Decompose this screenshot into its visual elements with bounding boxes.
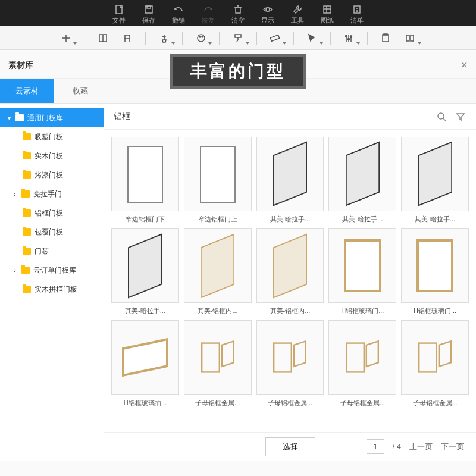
material-grid: 窄边铝框门下窄边铝框门上其美-暗拉手...其美-暗拉手...其美-暗拉手...其… bbox=[104, 130, 476, 432]
card-label: 其美-铝框内... bbox=[184, 306, 252, 315]
divider bbox=[367, 32, 368, 45]
tree-item[interactable]: ›云订单门板库 bbox=[0, 261, 104, 280]
material-card[interactable]: 其美-暗拉手... bbox=[328, 137, 396, 224]
material-card[interactable]: 子母铝框金属... bbox=[328, 320, 396, 407]
display-icon bbox=[262, 4, 273, 15]
svg-rect-12 bbox=[270, 35, 279, 40]
menu-redo[interactable]: 恢复 bbox=[202, 4, 215, 25]
settings-tool-icon[interactable] bbox=[343, 32, 355, 45]
material-card[interactable]: 子母铝框金属... bbox=[256, 320, 324, 407]
plant-tool-icon[interactable] bbox=[158, 32, 170, 45]
material-card[interactable]: 其美-暗拉手... bbox=[401, 137, 469, 224]
chevron-icon: › bbox=[12, 191, 18, 198]
folder-icon bbox=[23, 152, 31, 159]
search-input[interactable]: 铝框 bbox=[114, 111, 428, 122]
tree-item[interactable]: 实木拼框门板 bbox=[0, 280, 104, 299]
material-card[interactable]: 其美-铝框内... bbox=[256, 228, 324, 315]
thumbnail bbox=[401, 137, 469, 211]
app-toolbar bbox=[0, 26, 476, 50]
menu-display[interactable]: 显示 bbox=[261, 4, 274, 25]
save-icon bbox=[143, 4, 154, 15]
close-icon[interactable]: × bbox=[461, 58, 468, 72]
book-tool-icon[interactable] bbox=[404, 32, 416, 45]
divider bbox=[293, 32, 294, 45]
select-button[interactable]: 选择 bbox=[265, 437, 315, 456]
material-card[interactable]: 其美-铝框内... bbox=[184, 228, 252, 315]
divider bbox=[256, 32, 257, 45]
tab-1[interactable]: 收藏 bbox=[54, 79, 107, 103]
chevron-icon: ▾ bbox=[6, 115, 12, 121]
material-card[interactable]: 窄边铝框门下 bbox=[111, 137, 179, 224]
menu-undo[interactable]: 撤销 bbox=[172, 4, 185, 25]
tree-item[interactable]: 实木门板 bbox=[0, 146, 104, 165]
tree-label: 吸塑门板 bbox=[35, 132, 63, 142]
tree-label: 门芯 bbox=[35, 246, 49, 256]
svg-point-13 bbox=[346, 35, 347, 37]
undo-icon bbox=[173, 4, 184, 15]
tree-label: 通用门板库 bbox=[27, 113, 63, 123]
material-card[interactable]: 其美-暗拉手... bbox=[256, 137, 324, 224]
chair-tool-icon[interactable] bbox=[121, 32, 133, 45]
svg-rect-3 bbox=[236, 7, 240, 13]
tab-0[interactable]: 云素材 bbox=[0, 79, 54, 103]
material-card[interactable]: 其美-暗拉手... bbox=[111, 228, 179, 315]
add-tool-icon[interactable] bbox=[60, 32, 72, 45]
page-total: / 4 bbox=[393, 442, 401, 451]
folder-icon bbox=[21, 190, 30, 198]
palette-tool-icon[interactable] bbox=[195, 32, 207, 45]
tree-item[interactable]: ▾通用门板库 bbox=[0, 108, 104, 127]
redo-icon bbox=[203, 4, 214, 15]
material-card[interactable]: H铝框玻璃门... bbox=[401, 228, 469, 315]
tree-label: 烤漆门板 bbox=[35, 170, 63, 180]
folder-icon bbox=[23, 248, 31, 255]
tree-item[interactable]: 门芯 bbox=[0, 242, 104, 261]
tree-item[interactable]: 吸塑门板 bbox=[0, 127, 104, 146]
prev-page[interactable]: 上一页 bbox=[409, 441, 433, 452]
menu-label: 显示 bbox=[261, 16, 274, 25]
menu-drawing[interactable]: 图纸 bbox=[321, 4, 334, 25]
card-label: 其美-铝框内... bbox=[256, 306, 324, 315]
divider bbox=[330, 32, 331, 45]
next-page[interactable]: 下一页 bbox=[441, 441, 464, 452]
paint-tool-icon[interactable] bbox=[231, 32, 244, 45]
clipboard-tool-icon[interactable] bbox=[380, 32, 392, 45]
cursor-tool-icon[interactable] bbox=[306, 32, 318, 45]
panel-title: 素材库 bbox=[8, 60, 33, 71]
menu-label: 工具 bbox=[291, 16, 304, 25]
card-label: H铝框玻璃门... bbox=[328, 306, 396, 315]
material-card[interactable]: 窄边铝框门上 bbox=[184, 137, 252, 224]
main-area: ▾通用门板库吸塑门板实木门板烤漆门板›免拉手门铝框门板包覆门板门芯›云订单门板库… bbox=[0, 104, 476, 461]
pagination-footer: 选择 1 / 4 上一页 下一页 bbox=[104, 432, 476, 461]
material-card[interactable]: 子母铝框金属... bbox=[184, 320, 252, 407]
menu-save[interactable]: 保存 bbox=[142, 4, 155, 25]
card-label: 子母铝框金属... bbox=[184, 399, 252, 408]
search-icon[interactable] bbox=[436, 111, 447, 123]
app-menubar: 文件保存撤销恢复清空显示工具图纸清单 bbox=[0, 0, 476, 26]
card-label: 窄边铝框门下 bbox=[111, 215, 179, 224]
thumbnail bbox=[184, 228, 252, 303]
menu-label: 恢复 bbox=[202, 16, 215, 25]
svg-rect-2 bbox=[147, 6, 151, 8]
filter-icon[interactable] bbox=[455, 111, 466, 123]
page-current[interactable]: 1 bbox=[367, 439, 384, 454]
folder-icon bbox=[23, 209, 31, 217]
measure-tool-icon[interactable] bbox=[269, 32, 281, 45]
tool-icon bbox=[292, 4, 303, 15]
material-card[interactable]: H铝框玻璃抽... bbox=[111, 320, 179, 407]
tree-item[interactable]: ›免拉手门 bbox=[0, 184, 104, 203]
thumbnail bbox=[328, 137, 396, 211]
menu-file[interactable]: 文件 bbox=[112, 4, 126, 25]
chevron-icon: › bbox=[12, 267, 18, 274]
cabinet-tool-icon[interactable] bbox=[96, 32, 109, 45]
menu-list[interactable]: 清单 bbox=[350, 4, 364, 25]
tree-item[interactable]: 铝框门板 bbox=[0, 203, 104, 223]
clear-icon bbox=[233, 4, 243, 15]
menu-tool[interactable]: 工具 bbox=[291, 4, 304, 25]
tree-label: 实木拼框门板 bbox=[35, 284, 77, 295]
tree-item[interactable]: 烤漆门板 bbox=[0, 165, 104, 184]
tree-item[interactable]: 包覆门板 bbox=[0, 223, 104, 242]
menu-label: 文件 bbox=[112, 16, 126, 25]
menu-clear[interactable]: 清空 bbox=[231, 4, 245, 25]
material-card[interactable]: H铝框玻璃门... bbox=[328, 228, 396, 315]
material-card[interactable]: 子母铝框金属... bbox=[401, 320, 469, 407]
